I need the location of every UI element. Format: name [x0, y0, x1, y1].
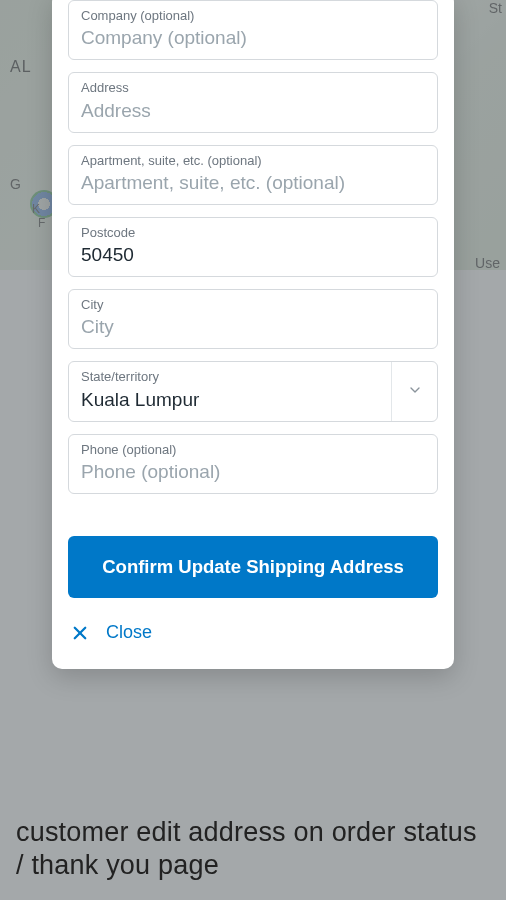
close-label: Close	[106, 622, 152, 643]
city-field-wrapper[interactable]: City	[68, 289, 438, 349]
address-field-wrapper[interactable]: Address	[68, 72, 438, 132]
phone-field-wrapper[interactable]: Phone (optional)	[68, 434, 438, 494]
address-input[interactable]	[81, 100, 425, 122]
state-select-caret[interactable]	[391, 362, 437, 420]
company-label: Company (optional)	[81, 9, 425, 23]
postcode-input[interactable]	[81, 244, 425, 266]
state-field-wrapper[interactable]: State/territory Kuala Lumpur	[68, 361, 438, 421]
state-label: State/territory	[81, 370, 391, 384]
close-icon	[70, 623, 90, 643]
apartment-label: Apartment, suite, etc. (optional)	[81, 154, 425, 168]
edit-shipping-address-modal: Company (optional) Address Apartment, su…	[52, 0, 454, 669]
city-label: City	[81, 298, 425, 312]
postcode-label: Postcode	[81, 226, 425, 240]
company-field-wrapper[interactable]: Company (optional)	[68, 0, 438, 60]
apartment-field-wrapper[interactable]: Apartment, suite, etc. (optional)	[68, 145, 438, 205]
phone-label: Phone (optional)	[81, 443, 425, 457]
confirm-update-shipping-address-button[interactable]: Confirm Update Shipping Address	[68, 536, 438, 598]
phone-input[interactable]	[81, 461, 425, 483]
company-input[interactable]	[81, 27, 425, 49]
screenshot-caption: customer edit address on order status / …	[16, 816, 490, 882]
postcode-field-wrapper[interactable]: Postcode	[68, 217, 438, 277]
chevron-down-icon	[407, 382, 423, 402]
apartment-input[interactable]	[81, 172, 425, 194]
city-input[interactable]	[81, 316, 425, 338]
state-select[interactable]: Kuala Lumpur	[81, 389, 391, 411]
address-label: Address	[81, 81, 425, 95]
close-button[interactable]: Close	[68, 618, 438, 647]
